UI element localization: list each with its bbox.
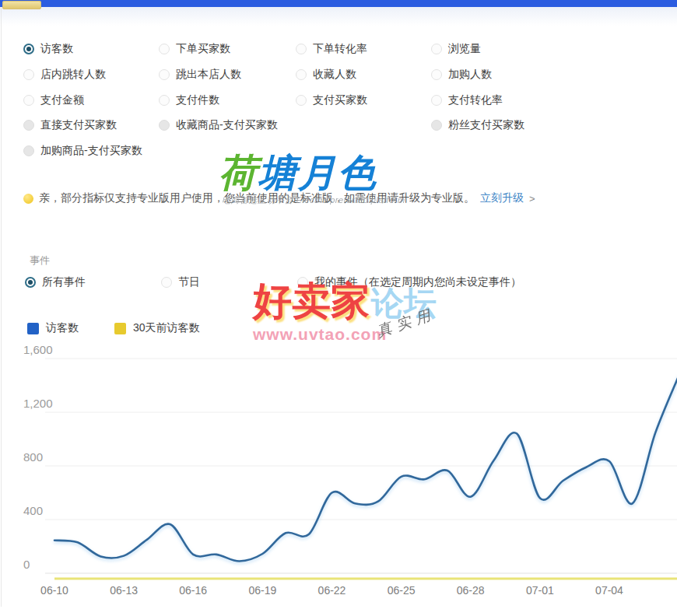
y-tick-label: 1,200 <box>23 397 53 410</box>
metric-radio-加购人数[interactable]: 加购人数 <box>431 68 492 82</box>
radio-label: 所有事件 <box>42 275 86 289</box>
radio-icon[interactable] <box>159 69 170 80</box>
radio-label: 下单买家数 <box>176 42 230 56</box>
radio-label: 支付金额 <box>40 93 84 107</box>
radio-icon[interactable] <box>23 120 34 131</box>
radio-label: 加购人数 <box>448 68 492 82</box>
legend-item-访客数[interactable]: 访客数 <box>27 321 79 335</box>
legend-label: 30天前访客数 <box>133 321 200 335</box>
visitors-line-chart: 04008001,2001,60006-1006-1306-1606-1906-… <box>0 342 677 616</box>
forum-watermark: 好卖家论坛 www.uvtao.com 真实用 <box>253 282 455 344</box>
metric-radio-粉丝支付买家数[interactable]: 粉丝支付买家数 <box>431 118 524 132</box>
x-tick-label: 06-28 <box>457 584 485 597</box>
metric-radio-支付转化率[interactable]: 支付转化率 <box>431 93 503 107</box>
chevron-right-icon[interactable]: > <box>529 193 535 205</box>
x-tick-label: 06-19 <box>248 584 276 597</box>
x-tick-label: 07-04 <box>595 584 623 597</box>
metric-radio-支付金额[interactable]: 支付金额 <box>23 93 84 107</box>
metric-radio-收藏商品-支付买家数[interactable]: 收藏商品-支付买家数 <box>159 118 278 132</box>
radio-icon[interactable] <box>431 69 442 80</box>
legend-label: 访客数 <box>46 321 79 335</box>
radio-icon[interactable] <box>161 277 172 288</box>
x-tick-label: 06-22 <box>318 584 346 597</box>
radio-label: 直接支付买家数 <box>40 118 117 132</box>
y-tick-label: 0 <box>23 558 30 571</box>
radio-icon[interactable] <box>297 277 308 288</box>
info-icon <box>23 194 33 204</box>
radio-icon[interactable] <box>159 120 170 131</box>
events-section-label: 事件 <box>30 254 50 268</box>
radio-label: 节日 <box>178 275 200 289</box>
top-fade <box>0 7 677 26</box>
radio-icon[interactable] <box>23 95 34 106</box>
x-tick-label: 07-01 <box>526 584 554 597</box>
logo-char-green: 荷 <box>219 152 258 194</box>
metric-radio-跳出本店人数[interactable]: 跳出本店人数 <box>159 68 241 82</box>
metric-radio-下单买家数[interactable]: 下单买家数 <box>159 42 230 56</box>
radio-icon[interactable] <box>23 145 34 156</box>
x-tick-label: 06-25 <box>388 584 416 597</box>
metric-radio-收藏人数[interactable]: 收藏人数 <box>296 68 356 82</box>
metric-radio-店内跳转人数[interactable]: 店内跳转人数 <box>23 68 106 82</box>
radio-icon[interactable] <box>296 95 307 106</box>
notice-text: 亲，部分指标仅支持专业版用户使用，您当前使用的是标准版，如需使用请升级为专业版。 <box>39 191 475 205</box>
legend-item-30天前访客数[interactable]: 30天前访客数 <box>114 321 200 335</box>
radio-selected-icon[interactable] <box>23 44 34 54</box>
forum-url: www.uvtao.com <box>253 325 455 344</box>
radio-label: 访客数 <box>40 42 73 56</box>
y-tick-label: 400 <box>23 504 43 517</box>
radio-icon[interactable] <box>296 69 307 80</box>
metric-radio-下单转化率[interactable]: 下单转化率 <box>296 42 367 56</box>
event-radio-所有事件[interactable]: 所有事件 <box>25 275 86 289</box>
forum-stamp: 真实用 <box>374 304 438 342</box>
legend-swatch-icon <box>114 323 126 334</box>
metric-radio-支付买家数[interactable]: 支付买家数 <box>296 93 367 107</box>
radio-label: 跳出本店人数 <box>176 68 241 82</box>
radio-icon[interactable] <box>431 120 442 131</box>
y-tick-label: 1,600 <box>23 343 53 356</box>
metric-radio-访客数[interactable]: 访客数 <box>23 42 73 56</box>
radio-selected-icon[interactable] <box>25 277 36 288</box>
radio-label: 店内跳转人数 <box>40 68 106 82</box>
radio-icon[interactable] <box>159 44 170 54</box>
metric-radio-加购商品-支付买家数[interactable]: 加购商品-支付买家数 <box>23 144 142 158</box>
y-tick-label: 800 <box>23 450 43 464</box>
metric-radio-支付件数[interactable]: 支付件数 <box>159 93 219 107</box>
radio-icon[interactable] <box>296 44 307 54</box>
radio-label: 我的事件（在选定周期内您尚未设定事件） <box>314 275 521 289</box>
x-tick-label: 06-13 <box>110 584 138 597</box>
radio-label: 支付买家数 <box>313 93 367 107</box>
radio-label: 收藏商品-支付买家数 <box>176 118 278 132</box>
radio-label: 加购商品-支付买家数 <box>40 144 142 158</box>
event-radio-我的事件（在选定周期内您尚未设定事件）[interactable]: 我的事件（在选定周期内您尚未设定事件） <box>297 275 521 289</box>
analytics-panel: 访客数下单买家数下单转化率浏览量店内跳转人数跳出本店人数收藏人数加购人数支付金额… <box>0 0 677 616</box>
radio-label: 粉丝支付买家数 <box>448 118 524 132</box>
metric-radio-直接支付买家数[interactable]: 直接支付买家数 <box>23 118 117 132</box>
event-radio-节日[interactable]: 节日 <box>161 275 200 289</box>
radio-label: 收藏人数 <box>313 68 356 82</box>
radio-label: 浏览量 <box>448 42 481 56</box>
x-tick-label: 06-10 <box>40 584 68 597</box>
radio-label: 下单转化率 <box>313 42 367 56</box>
upgrade-notice: 亲，部分指标仅支持专业版用户使用，您当前使用的是标准版，如需使用请升级为专业版。… <box>23 191 535 205</box>
radio-icon[interactable] <box>159 95 170 106</box>
top-accent-bar <box>0 0 677 7</box>
metric-radio-浏览量[interactable]: 浏览量 <box>431 42 481 56</box>
logo-chars-blue: 塘月色 <box>258 152 377 194</box>
legend-swatch-icon <box>27 323 39 334</box>
radio-label: 支付件数 <box>176 93 219 107</box>
forum-title-blue: 论坛 <box>371 285 437 321</box>
radio-icon[interactable] <box>431 44 442 54</box>
top-left-tab[interactable] <box>2 1 41 9</box>
radio-icon[interactable] <box>23 69 34 80</box>
upgrade-link[interactable]: 立刻升级 <box>480 191 524 205</box>
radio-icon[interactable] <box>431 95 442 106</box>
visitors-line <box>54 376 677 561</box>
x-tick-label: 06-16 <box>179 584 207 597</box>
radio-label: 支付转化率 <box>448 93 503 107</box>
